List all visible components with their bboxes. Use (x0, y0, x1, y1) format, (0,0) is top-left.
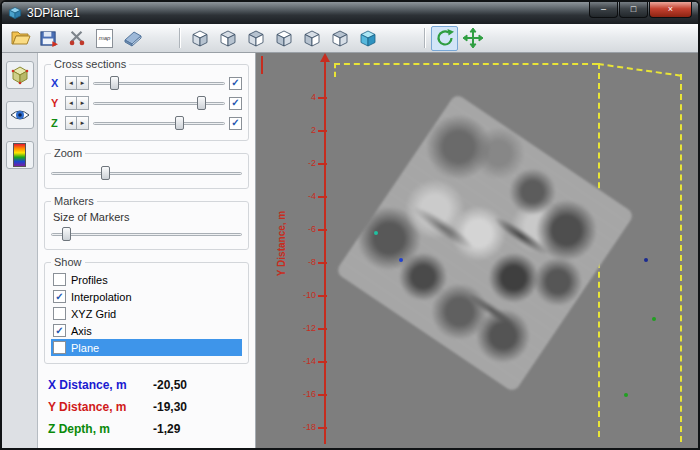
show-item-profiles[interactable]: Profiles (51, 271, 242, 288)
bounding-box-corner (334, 63, 336, 77)
y-visible-checkbox[interactable]: ✓ (229, 97, 242, 110)
pan-mode-button[interactable] (459, 26, 486, 51)
marker-slider-thumb[interactable] (62, 227, 71, 241)
minimize-button[interactable]: – (589, 2, 618, 18)
plane-checkbox[interactable] (53, 341, 66, 354)
cube-view-1-button[interactable] (186, 26, 213, 51)
y-tick (318, 427, 327, 429)
color-scale-icon (13, 143, 26, 167)
y-tick (318, 361, 327, 363)
cube-view-3-icon (246, 28, 266, 48)
left-icon-strip (2, 53, 38, 448)
zoom-slider-thumb[interactable] (101, 166, 110, 180)
x-slider-thumb[interactable] (110, 76, 119, 90)
toolbar-separator (424, 28, 425, 48)
marker-dot (399, 258, 403, 262)
y-tick (318, 196, 327, 198)
show-item-xyz-grid[interactable]: XYZ Grid (51, 305, 242, 322)
z-axis-label: Z (51, 117, 61, 129)
y-distance-readout: Y Distance, m -19,30 (44, 396, 249, 418)
titlebar[interactable]: 3DPlane1 – □ × (2, 2, 698, 24)
z-depth-value: -1,29 (153, 422, 180, 436)
marker-size-slider[interactable] (51, 226, 242, 242)
cube-view-6-button[interactable] (326, 26, 353, 51)
y-tick-label: -16 (290, 389, 316, 399)
x-distance-readout: X Distance, m -20,50 (44, 374, 249, 396)
y-tick-label: -2 (290, 158, 316, 168)
z-visible-checkbox[interactable]: ✓ (229, 117, 242, 130)
y-slider-thumb[interactable] (197, 96, 206, 110)
open-project-button[interactable] (7, 26, 34, 51)
show-item-axis[interactable]: ✓ Axis (51, 322, 242, 339)
interpolation-label: Interpolation (71, 291, 132, 303)
viewport-3d[interactable]: Y Distance, m 4 2 -2 -4 -6 -8 -10 -12 -1… (256, 53, 698, 448)
cube-view-5-icon (302, 28, 322, 48)
cube-view-solid-button[interactable] (354, 26, 381, 51)
cube-view-5-button[interactable] (298, 26, 325, 51)
cube-view-2-icon (218, 28, 238, 48)
y-tick (318, 97, 327, 99)
bounding-box-far-edge (680, 74, 682, 442)
x-slider[interactable] (93, 75, 225, 91)
y-distance-label: Y Distance, m (48, 400, 153, 414)
spin-left-icon[interactable]: ◄ (65, 116, 77, 130)
show-item-interpolation[interactable]: ✓ Interpolation (51, 288, 242, 305)
y-tick (318, 295, 327, 297)
tools-button[interactable] (63, 26, 90, 51)
depth-slice-heatmap (335, 93, 635, 393)
cube-view-2-button[interactable] (214, 26, 241, 51)
save-button[interactable] (35, 26, 62, 51)
y-tick-label: -8 (290, 257, 316, 267)
x-axis-label: X (51, 77, 61, 89)
box-3d-button[interactable] (6, 61, 34, 89)
coordinate-readouts: X Distance, m -20,50 Y Distance, m -19,3… (44, 374, 249, 440)
zoom-slider[interactable] (51, 165, 242, 181)
profiles-checkbox[interactable] (53, 273, 66, 286)
cross-sections-caption: Cross sections (51, 58, 129, 70)
spin-left-icon[interactable]: ◄ (65, 76, 77, 90)
y-slider[interactable] (93, 95, 225, 111)
profiles-label: Profiles (71, 274, 108, 286)
cube-view-4-button[interactable] (270, 26, 297, 51)
eraser-button[interactable] (119, 26, 146, 51)
marker-dot (624, 393, 628, 397)
spin-right-icon[interactable]: ► (77, 76, 89, 90)
y-tick-label: -10 (290, 290, 316, 300)
zoom-slider-track (51, 172, 242, 175)
visibility-button[interactable] (6, 101, 34, 129)
zoom-group: Zoom (44, 147, 249, 189)
xyz-grid-checkbox[interactable] (53, 307, 66, 320)
cube-view-6-icon (330, 28, 350, 48)
z-slider-thumb[interactable] (175, 116, 184, 130)
y-tick-label: 4 (290, 92, 316, 102)
save-icon (39, 29, 58, 48)
eye-icon (9, 104, 31, 126)
plane-label: Plane (71, 342, 99, 354)
z-slider[interactable] (93, 115, 225, 131)
spin-left-icon[interactable]: ◄ (65, 96, 77, 110)
spin-right-icon[interactable]: ► (77, 96, 89, 110)
zoom-caption: Zoom (51, 147, 85, 159)
spin-right-icon[interactable]: ► (77, 116, 89, 130)
show-caption: Show (51, 256, 85, 268)
color-scale-button[interactable] (6, 141, 34, 169)
rotate-icon (435, 28, 455, 48)
x-visible-checkbox[interactable]: ✓ (229, 77, 242, 90)
cube-view-3-button[interactable] (242, 26, 269, 51)
rotate-mode-button[interactable] (431, 26, 458, 51)
xyz-grid-label: XYZ Grid (71, 308, 116, 320)
axis-checkbox[interactable]: ✓ (53, 324, 66, 337)
app-window: 3DPlane1 – □ × (0, 0, 700, 450)
cross-sections-group: Cross sections X ◄ ► ✓ Y (44, 58, 249, 141)
x-spinner: ◄ ► (65, 76, 89, 90)
markers-caption: Markers (51, 195, 97, 207)
cube-view-solid-icon (358, 28, 378, 48)
map-icon-text: map (99, 35, 111, 41)
map-notes-button[interactable]: map (91, 26, 118, 51)
y-tick-label: -12 (290, 323, 316, 333)
control-panel: Cross sections X ◄ ► ✓ Y (38, 53, 256, 448)
show-item-plane[interactable]: Plane (51, 339, 242, 356)
maximize-button[interactable]: □ (619, 2, 648, 18)
interpolation-checkbox[interactable]: ✓ (53, 290, 66, 303)
close-button[interactable]: × (649, 2, 692, 18)
